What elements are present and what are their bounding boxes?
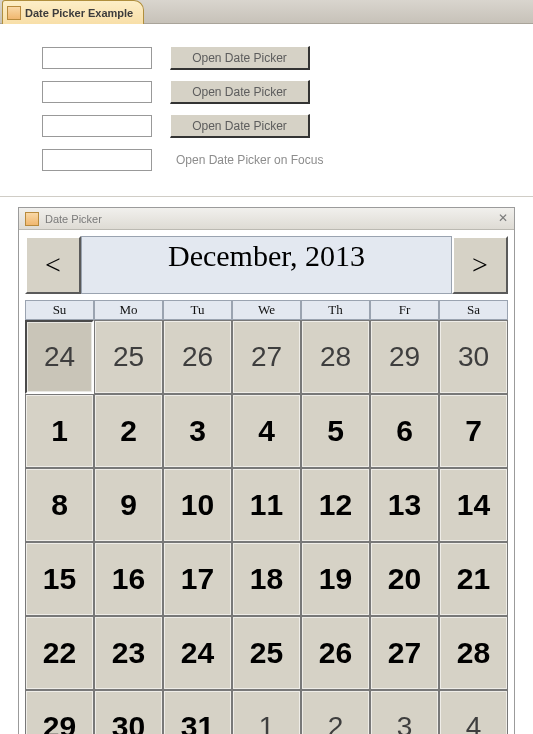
- calendar-day[interactable]: 22: [25, 616, 94, 690]
- calendar-day[interactable]: 3: [370, 690, 439, 734]
- dow-header: Mo: [94, 300, 163, 320]
- calendar-day[interactable]: 23: [94, 616, 163, 690]
- dow-header: Tu: [163, 300, 232, 320]
- month-year-label: December, 2013: [81, 236, 452, 294]
- calendar-day[interactable]: 3: [163, 394, 232, 468]
- open-date-picker-button-2[interactable]: Open Date Picker: [170, 80, 310, 104]
- calendar-day[interactable]: 26: [163, 320, 232, 394]
- date-input-3[interactable]: [42, 115, 152, 137]
- calendar-day[interactable]: 25: [232, 616, 301, 690]
- open-date-picker-button-1[interactable]: Open Date Picker: [170, 46, 310, 70]
- calendar-day[interactable]: 29: [370, 320, 439, 394]
- calendar-day[interactable]: 5: [301, 394, 370, 468]
- calendar-day[interactable]: 31: [163, 690, 232, 734]
- month-nav: < December, 2013 >: [25, 236, 508, 294]
- calendar-day[interactable]: 24: [163, 616, 232, 690]
- dow-header: Sa: [439, 300, 508, 320]
- calendar-day[interactable]: 10: [163, 468, 232, 542]
- calendar-day[interactable]: 15: [25, 542, 94, 616]
- calendar-day[interactable]: 1: [25, 394, 94, 468]
- calendar-day[interactable]: 29: [25, 690, 94, 734]
- calendar-day[interactable]: 24: [25, 320, 94, 394]
- dow-header: Su: [25, 300, 94, 320]
- calendar-day[interactable]: 2: [301, 690, 370, 734]
- calendar-day[interactable]: 12: [301, 468, 370, 542]
- date-picker-titlebar[interactable]: Date Picker ✕: [19, 208, 514, 230]
- calendar-day[interactable]: 26: [301, 616, 370, 690]
- calendar-day[interactable]: 8: [25, 468, 94, 542]
- dow-header: Fr: [370, 300, 439, 320]
- dow-header: We: [232, 300, 301, 320]
- calendar-day[interactable]: 4: [232, 394, 301, 468]
- calendar-day[interactable]: 4: [439, 690, 508, 734]
- calendar-day[interactable]: 14: [439, 468, 508, 542]
- calendar-day[interactable]: 19: [301, 542, 370, 616]
- date-picker-title: Date Picker: [45, 213, 102, 225]
- example-form-area: Open Date Picker Open Date Picker Open D…: [0, 24, 533, 197]
- open-on-focus-label: Open Date Picker on Focus: [170, 153, 323, 167]
- calendar-day[interactable]: 7: [439, 394, 508, 468]
- day-of-week-header: SuMoTuWeThFrSa: [25, 300, 508, 320]
- calendar-day[interactable]: 28: [301, 320, 370, 394]
- calendar-day[interactable]: 16: [94, 542, 163, 616]
- date-picker-body: < December, 2013 > SuMoTuWeThFrSa 242526…: [19, 230, 514, 734]
- calendar-day[interactable]: 1: [232, 690, 301, 734]
- calendar-day[interactable]: 2: [94, 394, 163, 468]
- calendar-day[interactable]: 27: [232, 320, 301, 394]
- next-month-button[interactable]: >: [452, 236, 508, 294]
- form-icon: [25, 212, 39, 226]
- tab-label: Date Picker Example: [25, 7, 133, 19]
- calendar-grid: 2425262728293012345678910111213141516171…: [25, 320, 508, 734]
- calendar-day[interactable]: 17: [163, 542, 232, 616]
- calendar-day[interactable]: 27: [370, 616, 439, 690]
- open-date-picker-button-3[interactable]: Open Date Picker: [170, 114, 310, 138]
- calendar-day[interactable]: 18: [232, 542, 301, 616]
- calendar-day[interactable]: 21: [439, 542, 508, 616]
- dow-header: Th: [301, 300, 370, 320]
- form-icon: [7, 6, 21, 20]
- date-input-4[interactable]: [42, 149, 152, 171]
- date-input-2[interactable]: [42, 81, 152, 103]
- prev-month-button[interactable]: <: [25, 236, 81, 294]
- main-tab-bar: Date Picker Example: [0, 0, 533, 24]
- calendar-day[interactable]: 25: [94, 320, 163, 394]
- calendar-day[interactable]: 13: [370, 468, 439, 542]
- tab-date-picker-example[interactable]: Date Picker Example: [2, 0, 144, 24]
- calendar-day[interactable]: 30: [439, 320, 508, 394]
- calendar-day[interactable]: 9: [94, 468, 163, 542]
- date-picker-window: Date Picker ✕ < December, 2013 > SuMoTuW…: [18, 207, 515, 734]
- calendar-day[interactable]: 30: [94, 690, 163, 734]
- calendar-day[interactable]: 28: [439, 616, 508, 690]
- date-input-1[interactable]: [42, 47, 152, 69]
- calendar-day[interactable]: 20: [370, 542, 439, 616]
- calendar-day[interactable]: 11: [232, 468, 301, 542]
- close-icon[interactable]: ✕: [498, 211, 508, 226]
- calendar-day[interactable]: 6: [370, 394, 439, 468]
